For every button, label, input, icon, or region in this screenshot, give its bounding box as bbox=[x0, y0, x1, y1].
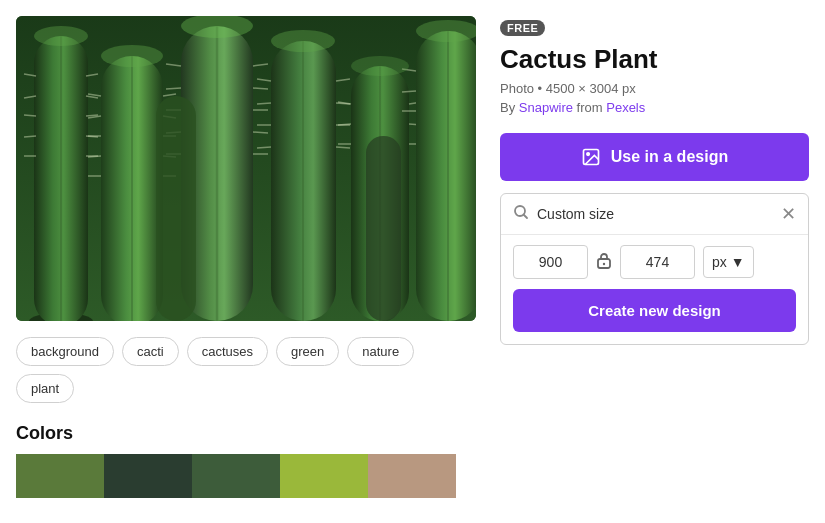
svg-line-46 bbox=[336, 147, 350, 148]
svg-line-51 bbox=[338, 124, 351, 125]
clear-icon[interactable]: ✕ bbox=[781, 205, 796, 223]
svg-line-21 bbox=[88, 156, 101, 157]
svg-point-67 bbox=[101, 45, 163, 67]
tag-plant[interactable]: plant bbox=[16, 374, 74, 403]
svg-line-75 bbox=[524, 215, 528, 219]
tags-row: background cacti cactuses green nature p… bbox=[16, 337, 476, 403]
image-panel: background cacti cactuses green nature p… bbox=[16, 16, 476, 498]
unit-select[interactable]: px ▼ bbox=[703, 246, 754, 278]
tag-cacti[interactable]: cacti bbox=[122, 337, 179, 366]
use-in-design-button[interactable]: Use in a design bbox=[500, 133, 809, 181]
info-panel: FREE Cactus Plant Photo • 4500 × 3004 px… bbox=[500, 16, 809, 345]
page-container: background cacti cactuses green nature p… bbox=[0, 0, 825, 514]
colors-section: Colors bbox=[16, 423, 476, 498]
width-input[interactable]: 900 bbox=[513, 245, 588, 279]
image-icon bbox=[581, 147, 601, 167]
color-swatch-2[interactable] bbox=[104, 454, 192, 498]
color-swatch-1[interactable] bbox=[16, 454, 104, 498]
colors-row bbox=[16, 454, 476, 498]
svg-line-8 bbox=[86, 115, 98, 116]
credit-author-link[interactable]: Snapwire bbox=[519, 100, 573, 115]
main-content: background cacti cactuses green nature p… bbox=[16, 16, 809, 498]
chevron-down-icon: ▼ bbox=[731, 254, 745, 270]
credit-source-link[interactable]: Pexels bbox=[606, 100, 645, 115]
svg-point-77 bbox=[603, 263, 605, 265]
svg-rect-65 bbox=[366, 136, 401, 321]
svg-point-70 bbox=[351, 56, 409, 76]
lock-icon[interactable] bbox=[596, 251, 612, 273]
color-swatch-4[interactable] bbox=[280, 454, 368, 498]
color-swatch-5[interactable] bbox=[368, 454, 456, 498]
photo-title: Cactus Plant bbox=[500, 44, 809, 75]
svg-line-30 bbox=[253, 88, 268, 89]
search-icon bbox=[513, 204, 529, 224]
svg-point-73 bbox=[587, 153, 590, 156]
svg-line-41 bbox=[257, 103, 271, 104]
svg-line-9 bbox=[24, 136, 36, 137]
svg-line-59 bbox=[402, 91, 416, 92]
size-row: 900 474 px ▼ bbox=[501, 235, 808, 289]
photo-image bbox=[16, 16, 476, 321]
color-swatch-3[interactable] bbox=[192, 454, 280, 498]
photo-meta: Photo • 4500 × 3004 px bbox=[500, 81, 809, 96]
tag-nature[interactable]: nature bbox=[347, 337, 414, 366]
tag-background[interactable]: background bbox=[16, 337, 114, 366]
custom-size-panel: ✕ 900 474 px ▼ bbox=[500, 193, 809, 345]
svg-line-34 bbox=[253, 132, 268, 133]
custom-size-input[interactable] bbox=[537, 206, 773, 222]
svg-rect-56 bbox=[416, 31, 476, 321]
svg-rect-64 bbox=[156, 96, 196, 321]
cactus-image bbox=[16, 16, 476, 321]
search-row: ✕ bbox=[501, 194, 808, 235]
tag-green[interactable]: green bbox=[276, 337, 339, 366]
svg-line-45 bbox=[257, 147, 271, 148]
photo-credit: By Snapwire from Pexels bbox=[500, 100, 809, 115]
svg-line-29 bbox=[166, 88, 181, 89]
svg-point-66 bbox=[34, 26, 88, 46]
height-input[interactable]: 474 bbox=[620, 245, 695, 279]
create-new-design-button[interactable]: Create new design bbox=[513, 289, 796, 332]
svg-point-69 bbox=[271, 30, 335, 52]
tag-cactuses[interactable]: cactuses bbox=[187, 337, 268, 366]
colors-title: Colors bbox=[16, 423, 476, 444]
svg-line-7 bbox=[24, 115, 36, 116]
free-badge: FREE bbox=[500, 20, 545, 36]
unit-label: px bbox=[712, 254, 727, 270]
